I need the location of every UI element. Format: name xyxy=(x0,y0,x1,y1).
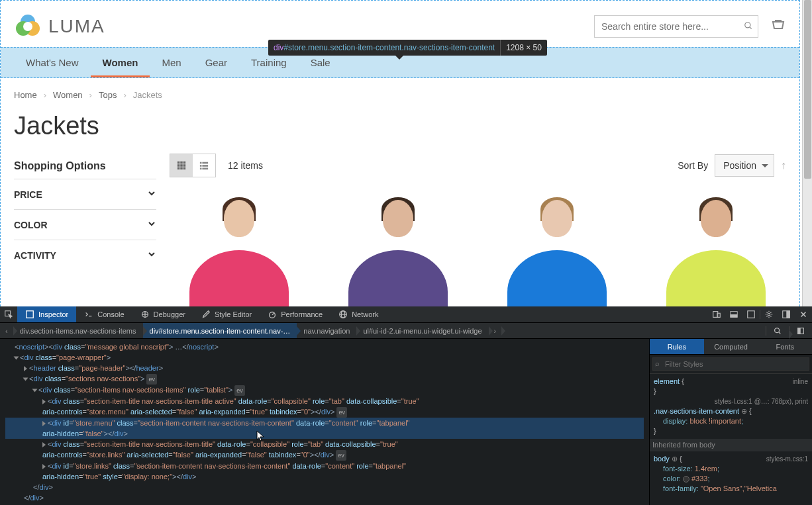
dock-icon[interactable] xyxy=(778,310,795,319)
svg-rect-16 xyxy=(202,162,208,164)
nav-item[interactable]: Women xyxy=(91,48,150,77)
split-icon[interactable] xyxy=(725,310,742,319)
sort-select[interactable]: Position xyxy=(715,154,774,177)
bc-item[interactable]: div#store.menu.section-item-content.nav-… xyxy=(143,323,297,338)
search-box[interactable] xyxy=(594,15,758,38)
sort-by-label: Sort By xyxy=(678,160,708,171)
svg-rect-35 xyxy=(748,311,755,318)
breadcrumb-item[interactable]: Tops xyxy=(99,90,117,100)
search-dom-icon[interactable] xyxy=(766,326,789,336)
tab-style-editor[interactable]: Style Editor xyxy=(193,306,260,322)
svg-rect-15 xyxy=(200,162,202,164)
svg-rect-14 xyxy=(183,167,186,170)
search-input[interactable] xyxy=(594,15,758,38)
svg-rect-22 xyxy=(26,311,34,318)
svg-rect-8 xyxy=(183,161,186,164)
product-grid xyxy=(170,191,786,306)
svg-line-5 xyxy=(750,27,752,29)
bc-item[interactable]: nav.navigation xyxy=(297,323,356,338)
grid-view-icon[interactable] xyxy=(170,154,193,177)
chevron-down-icon xyxy=(147,189,156,200)
nav-item[interactable]: Gear xyxy=(193,48,239,77)
svg-rect-17 xyxy=(200,165,202,167)
svg-line-42 xyxy=(779,332,781,334)
chevron-down-icon xyxy=(147,219,156,230)
frame-icon[interactable] xyxy=(742,310,760,319)
svg-rect-9 xyxy=(178,164,180,167)
svg-point-4 xyxy=(745,23,750,28)
breadcrumb-item: Jackets xyxy=(133,90,162,100)
item-count: 12 items xyxy=(228,160,263,171)
logo[interactable]: LUMA xyxy=(14,13,105,40)
svg-rect-34 xyxy=(731,314,738,317)
bc-prev-icon[interactable]: ‹ xyxy=(0,323,13,338)
list-view-icon[interactable] xyxy=(193,154,215,177)
product-item[interactable] xyxy=(170,191,309,306)
pick-element-icon[interactable] xyxy=(0,310,17,319)
svg-rect-6 xyxy=(178,161,180,164)
svg-rect-44 xyxy=(798,328,801,334)
nav-item[interactable]: What's New xyxy=(14,48,91,77)
chevron-right-icon: › xyxy=(44,90,46,100)
bc-item[interactable]: ul#ui-id-2.ui-menu.ui-widget.ui-widge xyxy=(356,323,488,338)
svg-rect-7 xyxy=(180,161,183,164)
logo-text: LUMA xyxy=(48,16,105,37)
filter-label: ACTIVITY xyxy=(14,250,56,261)
bc-item[interactable]: div.section-items.nav-sections-items xyxy=(13,323,143,338)
rules-body[interactable]: element {inline } styles-l.css:1 @…: 768… xyxy=(650,374,812,496)
styles-panel: Rules Computed Fonts ⌕ element {inline }… xyxy=(649,339,812,505)
svg-rect-10 xyxy=(180,164,183,167)
svg-rect-11 xyxy=(183,164,186,167)
breadcrumb-item[interactable]: Women xyxy=(53,90,83,100)
filter-label: COLOR xyxy=(14,220,48,230)
filter-styles[interactable]: ⌕ xyxy=(650,355,812,374)
devtools: Inspector Console Debugger Style Editor … xyxy=(0,306,812,505)
cart-icon[interactable] xyxy=(770,18,786,36)
chevron-right-icon: › xyxy=(123,90,126,100)
tab-debugger[interactable]: Debugger xyxy=(132,306,193,322)
responsive-icon[interactable] xyxy=(708,310,725,319)
dom-tree[interactable]: <noscript><div class="message global nos… xyxy=(0,339,649,505)
sort-direction-icon[interactable]: ↑ xyxy=(781,160,786,171)
product-item[interactable] xyxy=(487,191,627,306)
devtools-tabs: Inspector Console Debugger Style Editor … xyxy=(0,306,812,323)
chevron-down-icon xyxy=(147,250,156,261)
rules-tab[interactable]: Rules xyxy=(650,339,704,354)
tab-console[interactable]: Console xyxy=(76,306,132,322)
page-scrollbar[interactable] xyxy=(802,0,812,306)
filter-price[interactable]: PRICE xyxy=(14,179,156,209)
filter-styles-input[interactable] xyxy=(652,357,809,371)
product-item[interactable] xyxy=(646,191,786,306)
nav-item[interactable]: Men xyxy=(150,48,193,77)
settings-icon[interactable] xyxy=(760,310,778,319)
devtools-breadcrumb: ‹ div.section-items.nav-sections-items d… xyxy=(0,323,812,339)
svg-rect-20 xyxy=(202,168,208,170)
filter-activity[interactable]: ACTIVITY xyxy=(14,240,156,270)
close-devtools-icon[interactable] xyxy=(795,310,812,319)
breadcrumb-item[interactable]: Home xyxy=(14,90,37,100)
svg-rect-12 xyxy=(178,167,180,170)
page-title: Jackets xyxy=(1,107,799,154)
view-switcher xyxy=(170,154,216,177)
svg-rect-13 xyxy=(180,167,183,170)
svg-line-27 xyxy=(272,313,274,315)
svg-point-3 xyxy=(23,22,32,31)
filter-color[interactable]: COLOR xyxy=(14,209,156,240)
chevron-right-icon: › xyxy=(89,90,92,100)
svg-point-36 xyxy=(768,313,770,316)
fonts-tab[interactable]: Fonts xyxy=(758,339,812,354)
breadcrumb: Home›Women›Tops›Jackets xyxy=(1,78,799,107)
filter-label: PRICE xyxy=(14,189,42,200)
tab-inspector[interactable]: Inspector xyxy=(17,306,76,322)
logo-icon xyxy=(14,13,42,40)
inspector-tooltip: div#store.menu.section-item-content.nav-… xyxy=(268,40,547,56)
product-item[interactable] xyxy=(329,191,468,306)
svg-rect-38 xyxy=(787,311,789,318)
tab-performance[interactable]: Performance xyxy=(260,306,330,322)
tab-network[interactable]: Network xyxy=(330,306,386,322)
search-icon[interactable] xyxy=(744,20,753,30)
shopping-options-title: Shopping Options xyxy=(14,154,156,179)
computed-tab[interactable]: Computed xyxy=(704,339,758,354)
svg-rect-18 xyxy=(202,165,208,167)
svg-rect-19 xyxy=(200,168,202,170)
